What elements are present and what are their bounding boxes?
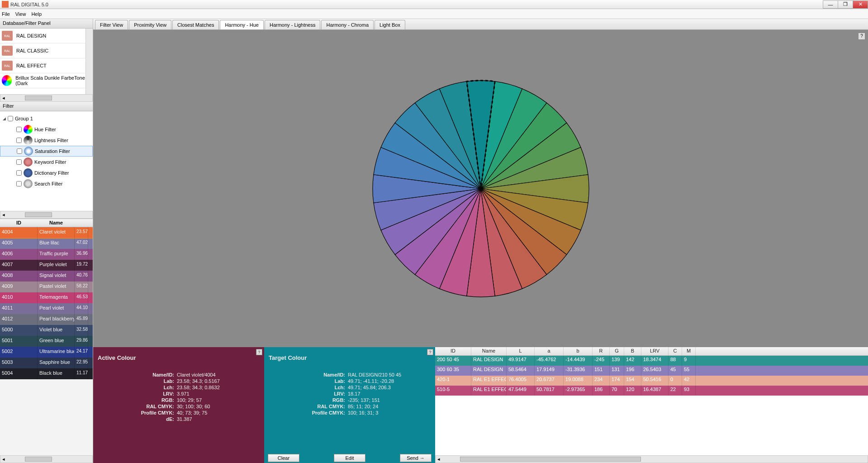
- title-bar: RAL DIGITAL 5.0 — ❐ ✕: [0, 0, 868, 9]
- color-row-4012[interactable]: 4012Pearl blackberry45.893: [0, 314, 93, 325]
- filter-icon: [24, 136, 33, 145]
- tab-harmony-lightness[interactable]: Harmony - Lightness: [265, 20, 321, 29]
- db-vscroll[interactable]: [85, 29, 93, 94]
- col-b[interactable]: b: [564, 347, 593, 355]
- menu-view[interactable]: View: [15, 11, 26, 17]
- result-row[interactable]: 420-1RAL E1 EFFECT76.400520.673719.00882…: [435, 376, 868, 386]
- color-table-header: ID Name: [0, 219, 93, 227]
- color-row-4006[interactable]: 4006Traffic purple36.964: [0, 249, 93, 260]
- col-l[interactable]: L: [507, 347, 535, 355]
- filter-lightness-filter[interactable]: Lightness Filter: [0, 135, 93, 146]
- tab-harmony-chroma[interactable]: Harmony - Chroma: [321, 20, 374, 29]
- filter-hscroll[interactable]: ◂: [0, 211, 93, 219]
- filter-hue-filter[interactable]: Hue Filter: [0, 124, 93, 135]
- edit-button[interactable]: Edit: [334, 454, 365, 462]
- col-name[interactable]: Name: [471, 347, 507, 355]
- col-c[interactable]: C: [669, 347, 682, 355]
- result-row[interactable]: 300 60 35RAL DESIGN58.546417.9149-31.393…: [435, 366, 868, 376]
- result-row[interactable]: 200 50 45RAL DESIGN49.9147-45.4762-14.44…: [435, 356, 868, 366]
- color-row-4008[interactable]: 4008Signal violet40.760: [0, 271, 93, 282]
- filter-icon: [24, 147, 33, 156]
- db-item-brillux[interactable]: Brillux Scala Dunkle FarbeTone (Dark: [0, 73, 93, 88]
- db-item-ral-effect[interactable]: RALRAL EFFECT: [0, 58, 93, 73]
- col-r[interactable]: R: [593, 347, 610, 355]
- color-row-5002[interactable]: 5002Ultramarine blue24.178: [0, 347, 93, 358]
- color-row-4009[interactable]: 4009Pastel violet58.220: [0, 282, 93, 292]
- results-table: IDNameLabRGBLRVCM 200 50 45RAL DESIGN49.…: [435, 347, 868, 463]
- results-hscroll[interactable]: ◂: [435, 455, 868, 463]
- menu-bar: File View Help: [0, 9, 868, 19]
- active-colour-panel: ? Active Colour Name/ID:Claret violet/40…: [93, 347, 264, 463]
- db-hscroll[interactable]: ◂: [0, 94, 93, 102]
- active-colour-title: Active Colour: [98, 354, 260, 361]
- color-row-5000[interactable]: 5000Violet blue32.585: [0, 325, 93, 336]
- tab-light-box[interactable]: Light Box: [375, 20, 405, 29]
- filter-dictionary-filter[interactable]: Dictionary Filter: [0, 167, 93, 178]
- col-g[interactable]: G: [610, 347, 624, 355]
- filter-panel-header: Filter: [0, 102, 93, 111]
- send-button[interactable]: Send →: [400, 454, 432, 462]
- col-b[interactable]: B: [624, 347, 641, 355]
- tab-filter-view[interactable]: Filter View: [95, 20, 128, 29]
- window-title: RAL DIGITAL 5.0: [10, 2, 823, 7]
- tab-proximity-view[interactable]: Proximity View: [129, 20, 171, 29]
- result-row[interactable]: 510-5RAL E1 EFFECT47.544950.7817-2.97365…: [435, 386, 868, 396]
- color-row-4010[interactable]: 4010Telemagenta46.538: [0, 292, 93, 303]
- filter-search-filter[interactable]: Search Filter: [0, 178, 93, 189]
- color-row-5004[interactable]: 5004Black blue11.17: [0, 368, 93, 379]
- minimize-button[interactable]: —: [823, 0, 838, 9]
- color-row-5001[interactable]: 5001Green blue29.865: [0, 336, 93, 347]
- color-row-4007[interactable]: 4007Purple violet19.721: [0, 260, 93, 271]
- filter-icon: [24, 179, 33, 188]
- clear-button[interactable]: Clear: [268, 454, 299, 462]
- col-m[interactable]: M: [682, 347, 696, 355]
- color-table: 4004Claret violet23.5704005Blue lilac47.…: [0, 227, 93, 455]
- close-button[interactable]: ✕: [853, 0, 868, 9]
- database-list: RALRAL DESIGN RALRAL CLASSIC RALRAL EFFE…: [0, 29, 93, 94]
- help-button[interactable]: ?: [858, 33, 865, 40]
- tab-closest-matches[interactable]: Closest Matches: [172, 20, 219, 29]
- help-icon[interactable]: ?: [256, 349, 262, 355]
- filter-saturation-filter[interactable]: Saturation Filter: [0, 146, 93, 157]
- col-a[interactable]: a: [535, 347, 564, 355]
- database-filter-panel-header: Database/Filter Panel: [0, 19, 93, 29]
- color-wheel[interactable]: [370, 78, 592, 300]
- filter-icon: [24, 158, 33, 167]
- menu-file[interactable]: File: [2, 11, 10, 17]
- col-lrv[interactable]: LRV: [641, 347, 669, 355]
- filter-group[interactable]: ◢Group 1: [0, 113, 93, 124]
- tab-strip: Filter ViewProximity ViewClosest Matches…: [93, 19, 868, 30]
- db-item-ral-design[interactable]: RALRAL DESIGN: [0, 29, 93, 43]
- col-id[interactable]: ID: [435, 347, 471, 355]
- app-icon: [2, 1, 9, 8]
- filter-icon: [24, 125, 33, 134]
- filter-icon: [24, 168, 33, 177]
- help-icon[interactable]: ?: [427, 349, 433, 355]
- color-row-4005[interactable]: 4005Blue lilac47.024: [0, 238, 93, 249]
- filter-keyword-filter[interactable]: Keyword Filter: [0, 157, 93, 167]
- tab-harmony-hue[interactable]: Harmony - Hue: [220, 20, 264, 29]
- db-item-ral-classic[interactable]: RALRAL CLASSIC: [0, 43, 93, 58]
- color-wheel-area: ?: [93, 30, 868, 347]
- maximize-button[interactable]: ❐: [838, 0, 853, 9]
- filter-tree: ◢Group 1 Hue FilterLightness FilterSatur…: [0, 111, 93, 211]
- color-row-4004[interactable]: 4004Claret violet23.570: [0, 227, 93, 238]
- color-row-5003[interactable]: 5003Sapphire blue22.956: [0, 358, 93, 368]
- color-row-4011[interactable]: 4011Pearl violet44.103: [0, 303, 93, 314]
- target-colour-panel: ? Target Colour Name/ID:RAL DESIGN/210 5…: [264, 347, 435, 463]
- colortbl-hscroll[interactable]: ◂: [0, 455, 93, 463]
- target-colour-title: Target Colour: [269, 354, 431, 361]
- menu-help[interactable]: Help: [31, 11, 42, 17]
